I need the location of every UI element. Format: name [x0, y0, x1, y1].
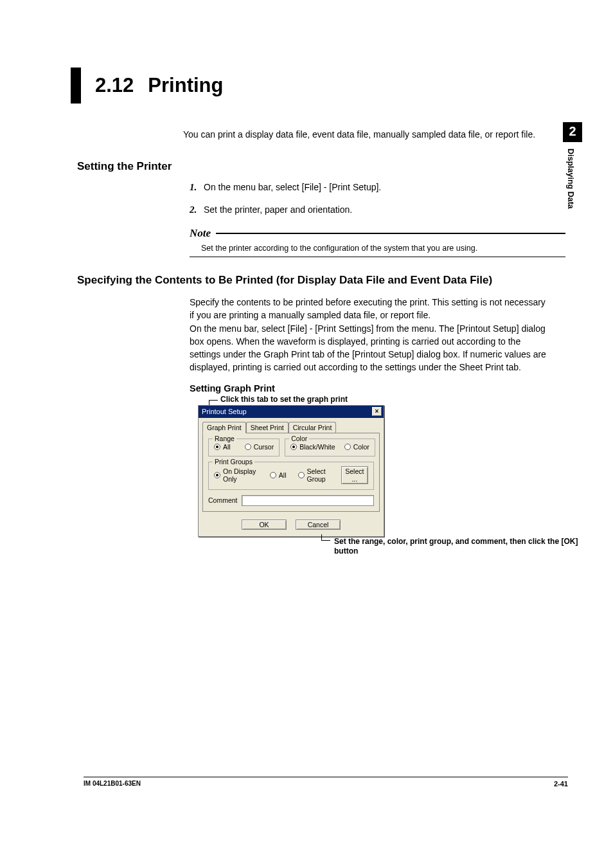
callout-top-text: Click this tab to set the graph print	[220, 395, 348, 404]
radio-range-cursor[interactable]	[245, 444, 251, 450]
cancel-button[interactable]: Cancel	[296, 520, 341, 530]
callout-bottom: Set the range, color, print group, and c…	[321, 537, 578, 557]
callout-bottom-text: Set the range, color, print group, and c…	[334, 537, 578, 557]
radio-pg-all[interactable]	[270, 472, 276, 478]
color-legend: Color	[289, 435, 309, 442]
comment-row: Comment	[208, 495, 374, 506]
footer-doc-id: IM 04L21B01-63EN	[84, 780, 141, 788]
radio-label: Cursor	[254, 443, 274, 451]
note-rule-bottom	[190, 257, 565, 257]
range-group: Range All Cursor	[208, 439, 280, 457]
step-number: 2.	[190, 204, 204, 215]
printout-setup-dialog: Printout Setup × Graph Print Sheet Print…	[198, 405, 384, 537]
page-footer: IM 04L21B01-63EN 2-41	[84, 777, 568, 788]
tab-body: Range All Cursor Color Black/White	[202, 433, 380, 512]
chapter-number: 2	[563, 122, 582, 142]
setting-printer-steps: 1. On the menu bar, select [File] - [Pri…	[190, 182, 565, 215]
chapter-name: Displaying Data	[566, 142, 575, 209]
section-name: Printing	[148, 74, 223, 97]
radio-color-color[interactable]	[344, 444, 351, 450]
section-number: 2.12	[95, 74, 134, 97]
comment-label: Comment	[208, 496, 238, 504]
note-text: Set the printer according to the configu…	[190, 240, 565, 257]
step-1: 1. On the menu bar, select [File] - [Pri…	[190, 182, 565, 193]
radio-label: Black/White	[299, 443, 335, 451]
close-icon[interactable]: ×	[372, 407, 382, 416]
side-tab: 2 Displaying Data	[563, 122, 582, 209]
intro-text: You can print a display data file, event…	[183, 129, 565, 140]
setting-graph-print-heading: Setting Graph Print	[190, 383, 565, 393]
radio-label: On Display Only	[223, 467, 262, 483]
radio-label: All	[223, 443, 231, 451]
step-2: 2. Set the printer, paper and orientatio…	[190, 204, 565, 215]
section-bar	[71, 68, 81, 104]
step-text: On the menu bar, select [File] - [Print …	[204, 182, 381, 193]
note-rule-top	[216, 233, 565, 234]
radio-label: All	[279, 471, 287, 479]
radio-label: Color	[353, 443, 369, 451]
tab-circular-print[interactable]: Circular Print	[289, 422, 337, 433]
tab-sheet-print[interactable]: Sheet Print	[246, 422, 289, 433]
print-groups-legend: Print Groups	[213, 458, 254, 466]
ok-button[interactable]: OK	[242, 520, 287, 530]
radio-color-bw[interactable]	[290, 444, 297, 450]
note-label: Note	[190, 227, 216, 240]
print-groups-group: Print Groups On Display Only All Select …	[208, 462, 374, 490]
radio-label: Select Group	[307, 467, 339, 483]
footer-page-number: 2-41	[554, 780, 568, 788]
step-text: Set the printer, paper and orientation.	[204, 204, 352, 215]
setting-printer-heading: Setting the Printer	[77, 160, 565, 173]
radio-pg-ondisplay[interactable]	[214, 472, 220, 478]
specifying-heading: Specifying the Contents to Be Printed (f…	[77, 274, 553, 287]
radio-range-all[interactable]	[214, 444, 220, 450]
select-button[interactable]: Select ...	[341, 466, 368, 484]
tab-graph-print[interactable]: Graph Print	[202, 422, 246, 433]
specifying-paragraph: Specify the contents to be printed befor…	[190, 296, 549, 374]
dialog-tabs: Graph Print Sheet Print Circular Print	[199, 418, 384, 433]
dialog-titlebar[interactable]: Printout Setup ×	[199, 406, 384, 418]
section-title: 2.12 Printing	[71, 68, 565, 104]
radio-pg-select[interactable]	[298, 472, 305, 478]
note-block: Note Set the printer according to the co…	[190, 227, 565, 257]
step-number: 1.	[190, 182, 204, 193]
callout-top: Click this tab to set the graph print	[209, 395, 565, 404]
dialog-title: Printout Setup	[202, 408, 247, 415]
color-group: Color Black/White Color	[285, 439, 375, 457]
range-legend: Range	[213, 435, 236, 442]
comment-input[interactable]	[242, 495, 374, 506]
dialog-footer: OK Cancel	[199, 516, 384, 536]
